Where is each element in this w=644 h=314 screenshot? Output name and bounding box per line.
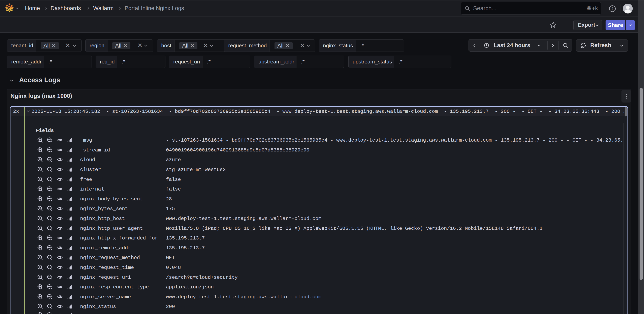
svg-text:?: ?: [611, 7, 614, 11]
